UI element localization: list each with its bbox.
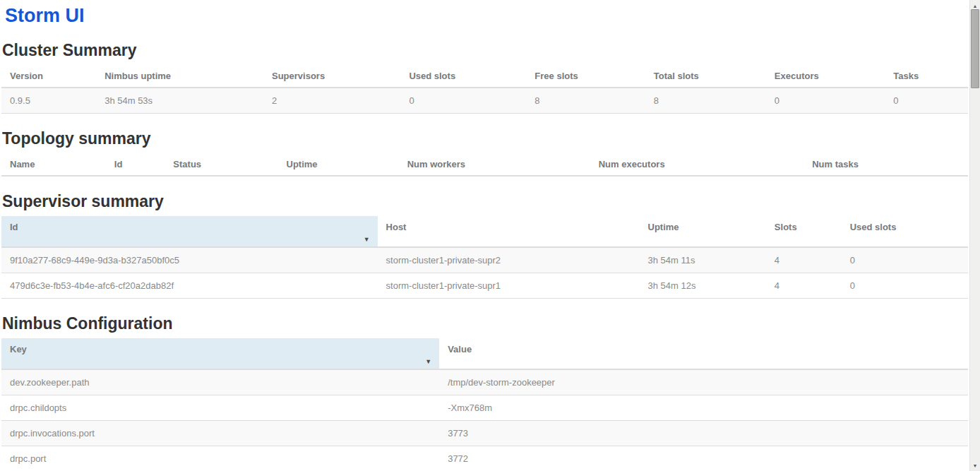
cell-executors: 0 [766, 88, 885, 114]
nimbus-configuration-heading: Nimbus Configuration [2, 314, 968, 333]
cell-free-slots: 8 [526, 88, 645, 114]
column-header-tasks[interactable]: Tasks [885, 65, 968, 88]
column-header-used-slots[interactable]: Used slots [400, 65, 526, 88]
column-header-id[interactable]: Id [106, 153, 165, 176]
column-header-slots[interactable]: Slots [766, 216, 842, 247]
cell-config-key: drpc.childopts [1, 395, 439, 421]
cell-tasks: 0 [885, 88, 968, 114]
column-header-name[interactable]: Name [1, 153, 106, 176]
table-header-row: Version Nimbus uptime Supervisors Used s… [1, 65, 968, 88]
table-row: drpc.childopts -Xmx768m [1, 395, 968, 421]
cell-slots: 4 [766, 273, 842, 299]
topology-summary-table: Name Id Status Uptime Num workers Num ex… [1, 153, 968, 177]
nimbus-configuration-section: Nimbus Configuration Key ▼ Value dev.zoo… [1, 314, 968, 471]
column-header-uptime[interactable]: Uptime [640, 216, 766, 247]
column-header-executors[interactable]: Executors [766, 65, 885, 88]
cell-config-value: /tmp/dev-storm-zookeeper [439, 369, 968, 395]
column-header-supervisors[interactable]: Supervisors [263, 65, 400, 88]
scroll-down-button[interactable]: ▼ [970, 460, 980, 470]
table-row: drpc.port 3772 [1, 446, 968, 471]
cell-config-value: -Xmx768m [439, 395, 968, 421]
scroll-up-icon: ▲ [973, 4, 978, 8]
cell-host: storm-cluster1-private-supr1 [378, 273, 640, 299]
cell-total-slots: 8 [645, 88, 766, 114]
column-header-host[interactable]: Host [378, 216, 640, 247]
column-header-status[interactable]: Status [165, 153, 277, 176]
page-title: Storm UI [5, 6, 968, 25]
nimbus-configuration-table: Key ▼ Value dev.zookeeper.path /tmp/dev-… [1, 338, 968, 471]
supervisor-summary-section: Supervisor summary Id ▼ Host Uptime Slot… [1, 192, 968, 299]
column-header-label: Id [10, 222, 18, 232]
cell-used-slots: 0 [842, 247, 968, 273]
scroll-down-icon: ▼ [973, 463, 978, 468]
cell-used-slots: 0 [400, 88, 526, 114]
cell-config-key: drpc.invocations.port [1, 421, 439, 446]
scrollbar-thumb[interactable] [971, 9, 979, 88]
cell-slots: 4 [766, 247, 842, 273]
cell-nimbus-uptime: 3h 54m 53s [96, 88, 263, 114]
column-header-value[interactable]: Value [439, 338, 968, 369]
cell-used-slots: 0 [842, 273, 968, 299]
supervisor-summary-table: Id ▼ Host Uptime Slots Used slots 9f10a2… [1, 216, 968, 299]
cell-supervisors: 2 [263, 88, 400, 114]
cell-host: storm-cluster1-private-supr2 [378, 247, 640, 273]
sort-desc-icon: ▼ [425, 359, 431, 365]
cell-supervisor-id: 9f10a277-68c9-449e-9d3a-b327a50bf0c5 [1, 247, 378, 273]
column-header-free-slots[interactable]: Free slots [526, 65, 645, 88]
table-row: drpc.invocations.port 3773 [1, 421, 968, 446]
table-header-row: Name Id Status Uptime Num workers Num ex… [1, 153, 968, 176]
column-header-label: Key [10, 344, 27, 354]
table-row: 0.9.5 3h 54m 53s 2 0 8 8 0 0 [1, 88, 968, 114]
table-row: 479d6c3e-fb53-4b4e-afc6-cf20a2dab82f sto… [1, 273, 968, 299]
storm-ui-home-link[interactable]: Storm UI [5, 5, 85, 26]
column-header-num-tasks[interactable]: Num tasks [803, 153, 968, 176]
table-row: 9f10a277-68c9-449e-9d3a-b327a50bf0c5 sto… [1, 247, 968, 273]
column-header-total-slots[interactable]: Total slots [645, 65, 766, 88]
page-content: Storm UI Cluster Summary Version Nimbus … [0, 6, 980, 471]
vertical-scrollbar[interactable]: ▲ ▼ [969, 0, 980, 471]
cluster-summary-section: Cluster Summary Version Nimbus uptime Su… [1, 41, 968, 114]
cell-uptime: 3h 54m 12s [640, 273, 766, 299]
column-header-uptime[interactable]: Uptime [278, 153, 399, 176]
topology-summary-section: Topology summary Name Id Status Uptime N… [1, 129, 968, 177]
column-header-key-sorted[interactable]: Key ▼ [1, 338, 439, 369]
cell-config-key: drpc.port [1, 446, 439, 471]
topology-summary-heading: Topology summary [2, 129, 968, 148]
cell-config-value: 3773 [439, 421, 968, 446]
column-header-num-workers[interactable]: Num workers [399, 153, 590, 176]
table-header-row: Key ▼ Value [1, 338, 968, 369]
supervisor-summary-heading: Supervisor summary [2, 192, 968, 210]
table-row: dev.zookeeper.path /tmp/dev-storm-zookee… [1, 369, 968, 395]
table-header-row: Id ▼ Host Uptime Slots Used slots [1, 216, 968, 247]
sort-desc-icon: ▼ [364, 237, 370, 243]
cluster-summary-table: Version Nimbus uptime Supervisors Used s… [1, 65, 968, 114]
column-header-used-slots[interactable]: Used slots [842, 216, 968, 247]
column-header-version[interactable]: Version [1, 65, 96, 88]
cell-config-key: dev.zookeeper.path [1, 369, 439, 395]
cell-uptime: 3h 54m 11s [640, 247, 766, 273]
column-header-id-sorted[interactable]: Id ▼ [1, 216, 378, 247]
cell-config-value: 3772 [439, 446, 968, 471]
cell-supervisor-id: 479d6c3e-fb53-4b4e-afc6-cf20a2dab82f [1, 273, 378, 299]
column-header-num-executors[interactable]: Num executors [590, 153, 804, 176]
cluster-summary-heading: Cluster Summary [2, 41, 968, 59]
cell-version: 0.9.5 [1, 88, 96, 114]
column-header-nimbus-uptime[interactable]: Nimbus uptime [96, 65, 263, 88]
